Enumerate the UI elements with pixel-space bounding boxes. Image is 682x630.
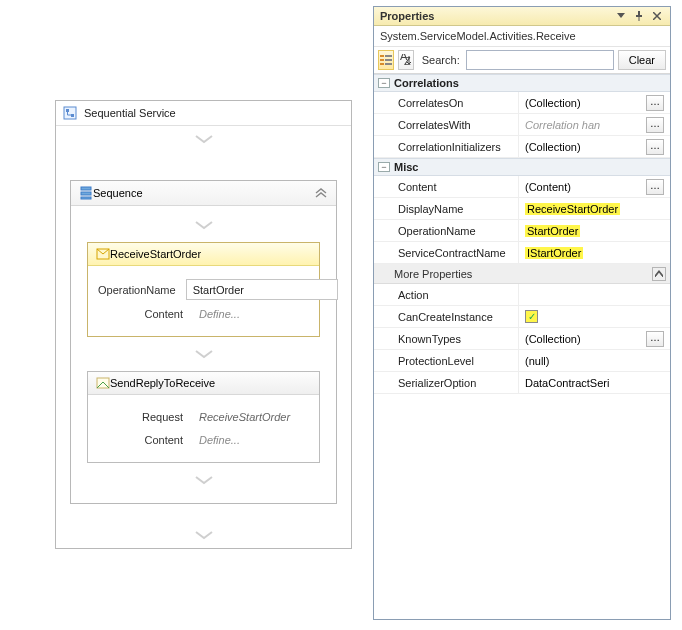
collapse-toggle-icon[interactable]: − — [378, 78, 390, 88]
svg-rect-4 — [81, 192, 91, 195]
prop-key: SerializerOption — [374, 372, 519, 393]
prop-key: KnownTypes — [374, 328, 519, 349]
operation-name-label: OperationName — [98, 284, 186, 296]
close-icon[interactable] — [650, 10, 664, 22]
content-define-link[interactable]: Define... — [193, 305, 309, 323]
sequential-service-panel: Sequential Service Sequence — [55, 100, 352, 549]
properties-pane: Properties System.ServiceModel.Activitie… — [373, 6, 671, 620]
reply-content-define-link[interactable]: Define... — [193, 431, 309, 449]
prop-row-protectionlevel[interactable]: ProtectionLevel (null) — [374, 350, 670, 372]
receive-activity[interactable]: ReceiveStartOrder OperationName Content … — [87, 242, 320, 337]
properties-title: Properties — [380, 10, 614, 22]
search-input[interactable] — [466, 50, 614, 70]
prop-row-cancreateinstance[interactable]: CanCreateInstance ✓ — [374, 306, 670, 328]
prop-key: OperationName — [374, 220, 519, 241]
prop-row-operationname[interactable]: OperationName StartOrder — [374, 220, 670, 242]
more-properties-row[interactable]: More Properties — [374, 264, 670, 284]
prop-value-highlighted: StartOrder — [525, 225, 580, 237]
category-label: Correlations — [394, 77, 459, 89]
prop-row[interactable]: CorrelatesOn(Collection)… — [374, 92, 670, 114]
prop-value: (Collection) — [525, 141, 642, 153]
svg-text:Z: Z — [404, 55, 411, 66]
collapse-icon[interactable] — [314, 187, 328, 199]
ellipsis-button[interactable]: … — [646, 117, 664, 133]
svg-rect-2 — [71, 114, 74, 117]
content-label: Content — [98, 308, 193, 320]
prop-value: (Collection) — [525, 333, 642, 345]
drop-target-icon[interactable] — [81, 467, 326, 493]
drop-target-icon[interactable] — [56, 522, 351, 548]
receive-activity-title: ReceiveStartOrder — [110, 248, 201, 260]
prop-row[interactable]: CorrelationInitializers(Collection)… — [374, 136, 670, 158]
category-correlations[interactable]: − Correlations — [374, 74, 670, 92]
receive-activity-header: ReceiveStartOrder — [88, 243, 319, 266]
clear-button[interactable]: Clear — [618, 50, 666, 70]
dropdown-icon[interactable] — [614, 10, 628, 22]
prop-key: CorrelatesWith — [374, 114, 519, 135]
drop-target-icon[interactable] — [56, 126, 351, 152]
collapse-toggle-icon[interactable]: − — [378, 162, 390, 172]
svg-rect-5 — [81, 197, 91, 199]
properties-grid: − Correlations CorrelatesOn(Collection)…… — [374, 74, 670, 619]
svg-rect-9 — [636, 15, 642, 17]
receive-icon — [96, 248, 110, 260]
properties-toolbar: AZ Search: Clear — [374, 47, 670, 74]
prop-row-servicecontractname[interactable]: ServiceContractName IStartOrder — [374, 242, 670, 264]
svg-rect-1 — [66, 109, 69, 112]
prop-value: Correlation han — [525, 119, 642, 131]
prop-value: (Content) — [525, 181, 642, 193]
ellipsis-button[interactable]: … — [646, 95, 664, 111]
ellipsis-button[interactable]: … — [646, 179, 664, 195]
prop-key: ServiceContractName — [374, 242, 519, 263]
checkbox-checked-icon[interactable]: ✓ — [525, 310, 538, 323]
sequence-icon — [79, 186, 93, 200]
prop-row-content[interactable]: Content (Content)… — [374, 176, 670, 198]
prop-key: CorrelationInitializers — [374, 136, 519, 157]
drop-target-icon[interactable] — [81, 341, 326, 367]
svg-rect-11 — [380, 55, 384, 57]
pin-icon[interactable] — [632, 10, 646, 22]
ellipsis-button[interactable]: … — [646, 139, 664, 155]
svg-rect-12 — [380, 59, 384, 61]
search-label: Search: — [418, 54, 462, 66]
properties-type: System.ServiceModel.Activities.Receive — [374, 26, 670, 47]
svg-rect-13 — [380, 63, 384, 65]
prop-row-knowntypes[interactable]: KnownTypes (Collection)… — [374, 328, 670, 350]
prop-row-action[interactable]: Action — [374, 284, 670, 306]
svg-rect-0 — [64, 107, 76, 119]
sendreply-activity[interactable]: SendReplyToReceive Request ReceiveStartO… — [87, 371, 320, 463]
ellipsis-button[interactable]: … — [646, 331, 664, 347]
svg-rect-15 — [385, 59, 392, 61]
prop-value: (null) — [525, 355, 664, 367]
sequence-title: Sequence — [93, 187, 314, 199]
category-misc[interactable]: − Misc — [374, 158, 670, 176]
reply-content-label: Content — [98, 434, 193, 446]
prop-key: ProtectionLevel — [374, 350, 519, 371]
prop-key: Action — [374, 284, 519, 305]
prop-value: (Collection) — [525, 97, 642, 109]
sequence-body: ReceiveStartOrder OperationName Content … — [71, 206, 336, 503]
sendreply-activity-header: SendReplyToReceive — [88, 372, 319, 395]
prop-row[interactable]: CorrelatesWithCorrelation han… — [374, 114, 670, 136]
categorized-button[interactable] — [378, 50, 394, 70]
clear-button-label: Clear — [629, 54, 655, 66]
drop-target-icon[interactable] — [81, 212, 326, 238]
prop-key: CanCreateInstance — [374, 306, 519, 327]
prop-value-highlighted: ReceiveStartOrder — [525, 203, 620, 215]
flowchart-icon — [62, 105, 78, 121]
prop-key: CorrelatesOn — [374, 92, 519, 113]
operation-name-input[interactable] — [186, 279, 338, 300]
request-label: Request — [98, 411, 193, 423]
sequence-panel[interactable]: Sequence ReceiveStartOrder — [70, 180, 337, 504]
prop-row-displayname[interactable]: DisplayName ReceiveStartOrder — [374, 198, 670, 220]
sequential-service-header: Sequential Service — [56, 101, 351, 126]
alphabetical-button[interactable]: AZ — [398, 50, 414, 70]
request-value: ReceiveStartOrder — [193, 408, 309, 426]
prop-value-highlighted: IStartOrder — [525, 247, 583, 259]
expand-up-icon[interactable] — [652, 267, 666, 281]
svg-rect-3 — [81, 187, 91, 190]
prop-row-serializeroption[interactable]: SerializerOption DataContractSeri — [374, 372, 670, 394]
svg-rect-10 — [639, 17, 640, 21]
sequence-header: Sequence — [71, 181, 336, 206]
svg-rect-14 — [385, 55, 392, 57]
